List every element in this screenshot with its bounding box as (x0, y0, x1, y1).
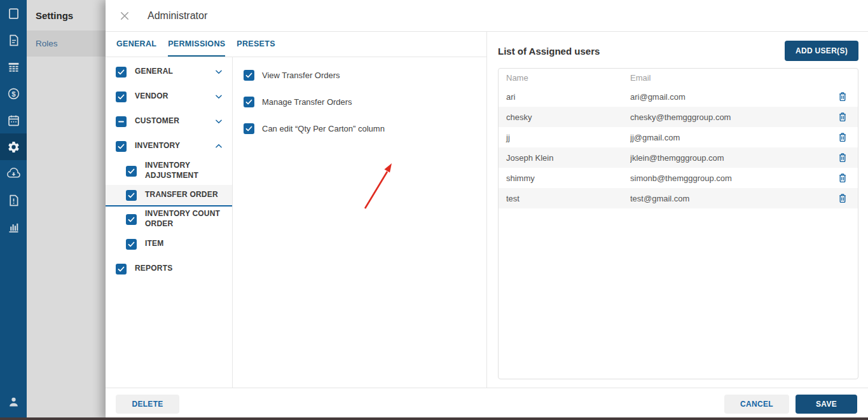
checkbox[interactable] (126, 214, 137, 225)
tree-item-label: VENDOR (135, 91, 169, 102)
chevron-up-icon[interactable] (214, 142, 223, 151)
drawer-footer: DELETE CANCEL SAVE (106, 388, 868, 420)
trash-icon[interactable] (837, 172, 848, 184)
tab-presets[interactable]: PRESETS (237, 32, 275, 57)
chevron-down-icon[interactable] (214, 117, 223, 126)
tree-item-transfer-order[interactable]: TRANSFER ORDER (106, 185, 232, 207)
assigned-users-header: List of Assigned users ADD USER(S) (498, 39, 858, 62)
tree-item-reports[interactable]: REPORTS (106, 258, 232, 280)
cloud-download-icon (7, 167, 20, 180)
checkbox[interactable] (244, 97, 254, 107)
tree-item-label: INVENTORY COUNT ORDER (145, 209, 226, 229)
sidebar-item-cloud-download[interactable] (0, 160, 27, 187)
gear-icon (7, 140, 20, 154)
tree-item-general[interactable]: GENERAL (106, 61, 232, 83)
save-button[interactable]: SAVE (796, 395, 857, 414)
trash-icon[interactable] (837, 111, 848, 123)
sidebar-item-roles[interactable]: Roles (27, 30, 106, 57)
tree-item-label: CUSTOMER (135, 116, 179, 126)
column-header-name: Name (499, 73, 630, 83)
add-users-button[interactable]: ADD USER(S) (785, 41, 858, 61)
close-icon[interactable] (118, 10, 131, 22)
sidebar-item-document[interactable] (0, 27, 27, 53)
tree-item-inventory-adjustment[interactable]: INVENTORY ADJUSTMENT (106, 160, 232, 182)
sidebar-item-dollar[interactable]: $ (0, 80, 27, 107)
tab-general[interactable]: GENERAL (116, 32, 156, 57)
table-row: shimmysimonb@themgggroup.com (499, 168, 858, 188)
checkbox[interactable] (116, 116, 127, 127)
checkbox[interactable] (116, 264, 127, 274)
user-email: ari@gmail.com (630, 92, 827, 102)
checkbox[interactable] (244, 123, 254, 134)
checkbox[interactable] (116, 91, 127, 102)
tree-item-label: TRANSFER ORDER (145, 190, 218, 200)
permission-tree: GENERALVENDORCUSTOMERINVENTORYINVENTORY … (106, 57, 233, 388)
chevron-down-icon[interactable] (214, 92, 223, 101)
page-title: Administrator (148, 10, 207, 22)
permission-option[interactable]: View Transfer Orders (244, 69, 486, 81)
checkbox[interactable] (126, 190, 137, 201)
settings-panel: Settings Roles (27, 0, 106, 420)
permission-option[interactable]: Can edit “Qty Per Carton” column (244, 122, 486, 135)
drawer-body: GENERAL PERMISSIONS PRESETS GENERALVENDO… (106, 32, 868, 388)
bottom-edge-strip (0, 417, 868, 420)
table-row: cheskychesky@themgggroup.com (499, 107, 858, 127)
sidebar-item-file-alert[interactable] (0, 187, 27, 213)
sidebar-item-bar-chart[interactable] (0, 213, 27, 240)
user-email: test@gmail.com (630, 194, 827, 203)
bar-chart-icon (7, 220, 20, 234)
trash-icon[interactable] (837, 152, 848, 163)
table-row: testtest@gmail.com (499, 188, 858, 208)
cancel-button[interactable]: CANCEL (724, 395, 789, 414)
trash-icon[interactable] (837, 132, 848, 143)
checkbox[interactable] (244, 70, 254, 81)
sidebar-item-gear[interactable] (0, 133, 27, 160)
assigned-users-panel: List of Assigned users ADD USER(S) Name … (487, 32, 868, 388)
tree-item-inventory-count-order[interactable]: INVENTORY COUNT ORDER (106, 208, 232, 230)
tree-item-vendor[interactable]: VENDOR (106, 86, 232, 107)
window-icon (7, 7, 20, 20)
tree-item-customer[interactable]: CUSTOMER (106, 111, 232, 132)
checkbox[interactable] (126, 239, 137, 250)
document-icon (7, 34, 20, 47)
user-icon (7, 395, 20, 409)
permission-option[interactable]: Manage Transfer Orders (244, 95, 486, 108)
sidebar-item-window[interactable] (0, 0, 27, 27)
tree-item-inventory[interactable]: INVENTORY (106, 135, 232, 157)
permission-option-label: Manage Transfer Orders (262, 97, 352, 107)
delete-button[interactable]: DELETE (116, 395, 179, 414)
sidebar-item-calendar[interactable] (0, 107, 27, 133)
table-header: Name Email (499, 69, 858, 86)
trash-icon[interactable] (837, 193, 848, 204)
user-email: simonb@themgggroup.com (630, 173, 827, 183)
trash-icon[interactable] (837, 91, 848, 102)
checkbox[interactable] (116, 67, 127, 78)
sidebar-item-table[interactable] (0, 53, 27, 80)
table-row: jjjj@gmail.com (499, 127, 858, 147)
permission-option-label: Can edit “Qty Per Carton” column (262, 124, 385, 133)
tab-permissions[interactable]: PERMISSIONS (168, 32, 225, 57)
chevron-down-icon[interactable] (214, 67, 223, 76)
settings-panel-title: Settings (27, 0, 106, 30)
file-alert-icon (7, 194, 20, 207)
tab-bar: GENERAL PERMISSIONS PRESETS (106, 32, 486, 57)
user-name: jj (499, 133, 630, 142)
assigned-users-table: Name Email ariari@gmail.comcheskychesky@… (498, 68, 858, 379)
permission-options: View Transfer OrdersManage Transfer Orde… (233, 57, 486, 388)
user-email: chesky@themgggroup.com (630, 112, 827, 122)
tree-item-item[interactable]: ITEM (106, 233, 232, 255)
user-email: jklein@themgggroup.com (630, 153, 827, 163)
tree-item-label: ITEM (145, 239, 163, 249)
permission-option-label: View Transfer Orders (262, 71, 340, 80)
tree-item-label: GENERAL (135, 67, 173, 77)
permissions-section: GENERAL PERMISSIONS PRESETS GENERALVENDO… (106, 32, 487, 388)
dollar-icon: $ (7, 87, 20, 100)
permissions-columns: GENERALVENDORCUSTOMERINVENTORYINVENTORY … (106, 57, 486, 388)
assigned-users-title: List of Assigned users (498, 46, 600, 57)
drawer-header: Administrator (106, 0, 868, 32)
checkbox[interactable] (126, 166, 137, 177)
tree-item-label: INVENTORY ADJUSTMENT (145, 161, 226, 180)
checkbox[interactable] (116, 141, 127, 152)
sidebar-item-user[interactable] (0, 388, 27, 415)
user-name: ari (499, 92, 630, 102)
